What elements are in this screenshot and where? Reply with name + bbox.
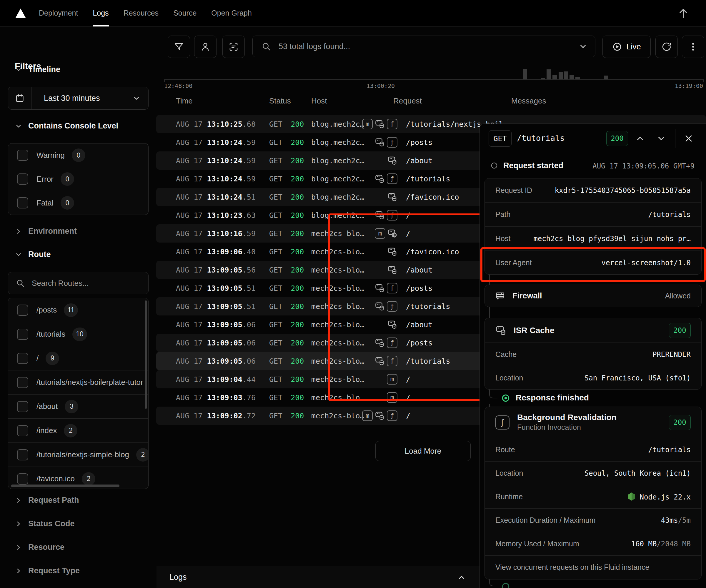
checkbox[interactable] xyxy=(17,473,28,485)
route-filter-item[interactable]: /posts11 xyxy=(8,298,148,322)
log-request-icons xyxy=(366,247,400,257)
section-status-code[interactable]: Status Code xyxy=(15,519,75,528)
fluid-instance-link[interactable]: View concurrent requests on this Fluid i… xyxy=(496,563,649,572)
log-time: AUG 17 13:09:06.40 xyxy=(176,248,269,256)
filter-button[interactable] xyxy=(168,36,190,58)
firewall-icon xyxy=(496,291,505,300)
count-badge: 2 xyxy=(82,472,95,486)
time-range-select[interactable]: Last 30 minutes xyxy=(8,87,149,110)
nav-tab-deployment[interactable]: Deployment xyxy=(39,0,78,27)
panel-path: /tutorials xyxy=(517,133,565,142)
top-nav: DeploymentLogsResourcesSourceOpen Graph xyxy=(0,0,706,27)
nav-tab-open-graph[interactable]: Open Graph xyxy=(211,0,252,27)
console-level-warning[interactable]: Warning0 xyxy=(8,143,148,167)
route-list-vertical-scrollbar[interactable] xyxy=(145,300,147,409)
log-time: AUG 17 13:09:04.44 xyxy=(176,375,269,384)
collapse-panel-icon[interactable] xyxy=(457,573,466,582)
route-list-horizontal-scrollbar[interactable] xyxy=(11,485,119,487)
refresh-button[interactable] xyxy=(656,36,678,58)
console-level-label: Warning xyxy=(36,151,65,160)
logs-footer-label: Logs xyxy=(169,573,187,582)
checkbox[interactable] xyxy=(17,304,28,316)
timeline-axis xyxy=(164,79,703,80)
checkbox[interactable] xyxy=(17,449,28,460)
checkbox[interactable] xyxy=(17,377,28,388)
cache-globe-icon xyxy=(387,228,397,239)
checkbox[interactable] xyxy=(17,329,28,340)
http-method: GET xyxy=(269,284,282,293)
route-filter-item[interactable]: /tutorials/nextjs-boilerplate-tutor xyxy=(8,370,148,394)
nav-tab-resources[interactable]: Resources xyxy=(124,0,159,27)
http-method: GET xyxy=(269,193,282,201)
section-console-level[interactable]: Contains Console Level xyxy=(15,121,118,130)
nav-tab-source[interactable]: Source xyxy=(173,0,196,27)
circle-outline-icon xyxy=(491,162,498,169)
route-filter-item[interactable]: /tutorials/nextjs-simple-blog2 xyxy=(8,443,148,467)
middleware-icon: m xyxy=(375,228,385,239)
section-request-type[interactable]: Request Type xyxy=(15,566,80,575)
isr-cache-icon xyxy=(387,320,397,330)
log-status: GET200 xyxy=(269,120,311,128)
section-label: Request Path xyxy=(28,496,79,505)
wrap-lines-button[interactable] xyxy=(223,36,245,58)
checkbox[interactable] xyxy=(17,401,28,412)
route-filter-item[interactable]: /9 xyxy=(8,346,148,370)
scroll-to-top-icon[interactable] xyxy=(677,7,690,20)
live-button[interactable]: Live xyxy=(602,36,651,58)
http-method: GET xyxy=(269,412,282,420)
section-route[interactable]: Route xyxy=(15,250,51,259)
prev-log-icon[interactable] xyxy=(635,133,645,143)
checkbox[interactable] xyxy=(17,425,28,436)
log-status: GET200 xyxy=(269,211,311,220)
checkbox[interactable] xyxy=(17,173,28,185)
chevron-down-icon[interactable] xyxy=(579,42,587,51)
logs-search-input[interactable]: 53 total logs found... xyxy=(252,36,595,57)
chevron-down-icon xyxy=(15,251,22,258)
chevron-right-icon xyxy=(15,497,22,504)
log-host: mech2cs-blo… xyxy=(311,302,366,311)
column-header-time: Time xyxy=(176,96,193,106)
search-icon xyxy=(16,279,25,288)
isr-cache-icon xyxy=(375,301,385,311)
checkbox[interactable] xyxy=(17,353,28,364)
isr-cache-header: ISR Cache 200 xyxy=(485,318,701,343)
log-host: mech2cs-blo… xyxy=(311,284,366,293)
close-icon[interactable] xyxy=(683,133,694,144)
function-icon: ƒ xyxy=(387,337,397,348)
load-more-button[interactable]: Load More xyxy=(375,441,471,461)
log-host: mech2cs-blo… xyxy=(311,339,366,347)
user-filter-button[interactable] xyxy=(194,36,217,58)
isr-cache-icon xyxy=(375,356,385,366)
log-host: blog.mech2c… xyxy=(311,193,366,201)
console-level-fatal[interactable]: Fatal0 xyxy=(8,191,148,215)
vercel-logo-icon[interactable] xyxy=(15,8,26,18)
next-log-icon[interactable] xyxy=(656,133,666,143)
histogram-bar xyxy=(541,78,545,79)
console-level-error[interactable]: Error0 xyxy=(8,167,148,191)
section-request-path[interactable]: Request Path xyxy=(15,496,79,505)
route-search-input[interactable]: Search Routes... xyxy=(8,272,149,294)
route-filter-item[interactable]: /tutorials10 xyxy=(8,322,148,346)
log-request-path: /favicon.ico xyxy=(406,248,459,256)
histogram-bar xyxy=(604,76,609,79)
nav-tab-logs[interactable]: Logs xyxy=(93,0,109,27)
function-icon: ƒ xyxy=(387,119,397,129)
chevron-down-icon xyxy=(132,94,141,102)
isr-cache-icon xyxy=(375,411,385,421)
isr-cache-icon xyxy=(387,192,397,202)
route-filter-item[interactable]: /index2 xyxy=(8,419,148,443)
function-icon: ƒ xyxy=(496,415,510,429)
console-level-group: Warning0Error0Fatal0 xyxy=(8,143,149,215)
checkbox[interactable] xyxy=(17,150,28,161)
more-options-button[interactable] xyxy=(682,36,704,58)
isr-cache-icon xyxy=(375,137,385,147)
log-status: GET200 xyxy=(269,157,311,165)
section-environment[interactable]: Environment xyxy=(15,227,77,236)
request-started-row: Request started AUG 17 13:09:05.06 GMT+9 xyxy=(491,161,696,171)
http-method: GET xyxy=(269,248,282,256)
nav-tabs: DeploymentLogsResourcesSourceOpen Graph xyxy=(39,0,267,27)
section-timeline[interactable]: Timeline xyxy=(15,65,60,74)
route-filter-item[interactable]: /about3 xyxy=(8,394,148,419)
section-resource[interactable]: Resource xyxy=(15,543,65,552)
checkbox[interactable] xyxy=(17,197,28,208)
